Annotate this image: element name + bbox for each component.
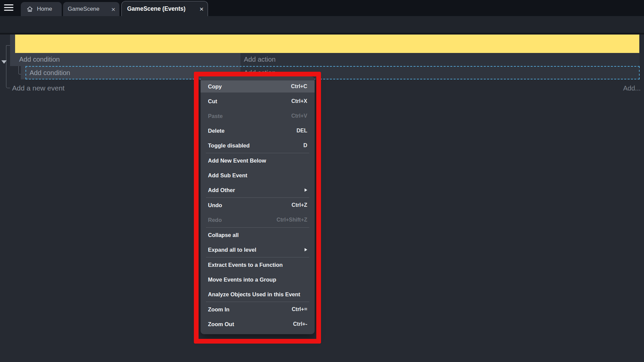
sub-event-tree-line <box>18 66 21 74</box>
menu-item-copy[interactable]: Copy Ctrl+C <box>201 80 315 93</box>
submenu-arrow-icon <box>305 188 307 192</box>
add-condition-button[interactable]: Add condition <box>15 53 240 66</box>
close-icon[interactable]: × <box>111 6 115 13</box>
add-more-button[interactable]: Add... <box>623 84 641 92</box>
add-new-event-button[interactable]: Add a new event <box>12 84 64 92</box>
menu-item-delete[interactable]: Delete DEL <box>201 125 315 137</box>
hamburger-menu-icon[interactable] <box>4 4 13 12</box>
submenu-arrow-icon <box>305 248 307 251</box>
menu-item-cut[interactable]: Cut Ctrl+X <box>201 95 315 107</box>
menu-divider <box>206 257 309 257</box>
context-menu: Copy Ctrl+C Cut Ctrl+X Paste Ctrl+V Dele… <box>201 76 315 334</box>
menu-item-collapse-all[interactable]: Collapse all <box>201 229 315 241</box>
menu-item-add-other[interactable]: Add Other <box>201 184 315 196</box>
events-toolbar: Preview Publish <box>0 16 644 33</box>
add-action-button[interactable]: Add action <box>240 53 640 66</box>
gdevelop-window: Home GameScene × GameScene (Events) × <box>0 0 644 362</box>
tab-label: Home <box>37 6 52 12</box>
menu-item-extract-events-to-function[interactable]: Extract Events to a Function <box>201 259 315 271</box>
menu-item-zoom-out[interactable]: Zoom Out Ctrl+- <box>201 318 315 330</box>
tab-gamescene-events[interactable]: GameScene (Events) × <box>121 1 208 16</box>
menu-item-expand-all-to-level[interactable]: Expand all to level <box>201 244 315 256</box>
collapse-event-arrow-icon[interactable] <box>1 60 7 64</box>
menu-item-toggle-disabled[interactable]: Toggle disabled D <box>201 139 315 152</box>
close-icon[interactable]: × <box>200 5 204 12</box>
events-sheet: Add condition Add action Add condition A… <box>0 33 644 362</box>
tab-label: GameScene (Events) <box>127 5 185 12</box>
menu-divider <box>206 153 309 153</box>
tab-home[interactable]: Home <box>21 2 62 16</box>
event-drag-handle[interactable] <box>10 35 15 66</box>
menu-item-redo[interactable]: Redo Ctrl+Shift+Z <box>201 214 315 226</box>
comment-event[interactable] <box>15 35 639 53</box>
tab-bar: Home GameScene × GameScene (Events) × <box>0 0 644 16</box>
menu-item-add-sub-event[interactable]: Add Sub Event <box>201 169 315 181</box>
menu-divider <box>206 302 309 302</box>
home-icon <box>26 5 34 13</box>
menu-divider <box>206 197 309 198</box>
menu-item-analyze-objects[interactable]: Analyze Objects Used in this Event <box>201 288 315 300</box>
tab-label: GameScene <box>68 6 100 12</box>
menu-item-move-events-into-group[interactable]: Move Events into a Group <box>201 274 315 286</box>
menu-item-add-new-event-below[interactable]: Add New Event Below <box>201 155 315 167</box>
sub-event-drag-handle[interactable] <box>21 66 25 79</box>
menu-divider <box>206 227 309 228</box>
tab-gamescene[interactable]: GameScene × <box>63 2 119 16</box>
menu-item-paste[interactable]: Paste Ctrl+V <box>201 110 315 122</box>
menu-item-zoom-in[interactable]: Zoom In Ctrl+= <box>201 303 315 315</box>
menu-item-undo[interactable]: Undo Ctrl+Z <box>201 199 315 211</box>
event-tree-line <box>6 45 10 88</box>
